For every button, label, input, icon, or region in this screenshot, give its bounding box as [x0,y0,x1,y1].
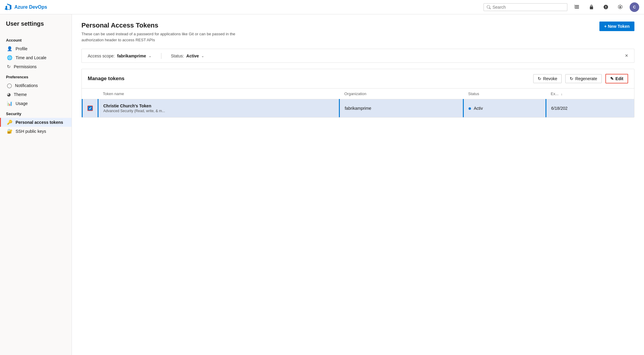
sidebar-item-time-locale[interactable]: 🌐 Time and Locale [0,53,72,62]
row-status-cell: Activ [463,99,546,118]
edit-button[interactable]: ✎ Edit [605,74,628,83]
filter-scope-label: Access scope: [88,54,115,58]
help-icon[interactable] [601,2,610,12]
filter-status-value: Active [186,54,199,58]
checkmark-icon: ✓ [89,106,92,111]
revoke-icon: ↻ [538,76,541,81]
filter-bar: Access scope: fabrikamprime ⌄ Status: Ac… [81,49,634,63]
filter-status-label: Status: [171,54,184,58]
row-organization-cell: fabrikamprime [340,99,463,118]
col-checkbox [82,89,98,99]
ssh-icon: 🔐 [7,129,13,134]
top-navigation: Azure DevOps [0,0,644,14]
table-header-row: Token name Organization Status Ex... ↓ [82,89,634,99]
sort-icon[interactable]: ↓ [561,92,563,96]
new-token-button[interactable]: + New Token [599,22,634,31]
body-layout: User settings Account 👤 Profile 🌐 Time a… [0,14,644,355]
settings-icon[interactable] [615,2,625,12]
nav-icons: C [572,2,639,12]
task-list-icon[interactable] [572,2,582,12]
sidebar: User settings Account 👤 Profile 🌐 Time a… [0,14,72,355]
sidebar-item-notifications[interactable]: ◯ Notifications [0,81,72,90]
page-title: Personal Access Tokens [81,22,255,29]
sidebar-title: User settings [0,20,72,34]
filter-scope-value: fabrikamprime [117,54,146,58]
sidebar-section-preferences: Preferences [0,71,72,81]
svg-rect-0 [574,5,575,5]
permissions-icon: ↻ [7,64,11,69]
svg-rect-1 [574,6,575,7]
col-token-name: Token name [98,89,340,99]
svg-point-3 [619,6,621,8]
filter-status[interactable]: Status: Active ⌄ [171,54,204,58]
sidebar-section-account: Account [0,34,72,44]
filter-divider [161,53,161,59]
main-content: Personal Access Tokens These can be used… [72,14,644,355]
page-header-left: Personal Access Tokens These can be used… [81,22,255,43]
filter-scope[interactable]: Access scope: fabrikamprime ⌄ [88,54,151,58]
sidebar-section-security: Security [0,108,72,118]
sidebar-item-personal-access-tokens[interactable]: 🔑 Personal access tokens [0,118,72,127]
sidebar-item-profile[interactable]: 👤 Profile [0,44,72,53]
sidebar-item-ssh-public-keys[interactable]: 🔐 SSH public keys [0,127,72,136]
sidebar-item-theme[interactable]: ◕ Theme [0,90,72,99]
page-header: Personal Access Tokens These can be used… [81,22,634,43]
filter-close-button[interactable]: × [625,53,628,59]
row-checkbox-cell[interactable]: ✓ [82,99,98,118]
notifications-icon: ◯ [7,83,12,88]
globe-icon: 🌐 [7,55,13,60]
pat-icon: 🔑 [7,120,13,125]
token-name: Christie Church's Token [103,103,334,108]
edit-icon: ✎ [610,76,614,81]
profile-icon: 👤 [7,46,13,51]
svg-rect-2 [574,7,575,8]
lock-icon[interactable] [587,2,596,12]
manage-section: Manage tokens ↻ Revoke ↻ Regenerate ✎ Ed… [81,69,634,118]
avatar[interactable]: C [630,2,639,12]
theme-icon: ◕ [7,92,11,97]
sidebar-item-usage[interactable]: 📊 Usage [0,99,72,108]
revoke-button[interactable]: ↻ Revoke [533,74,562,83]
scope-chevron-icon[interactable]: ⌄ [149,54,151,58]
sidebar-item-permissions[interactable]: ↻ Permissions [0,62,72,71]
status-dot-icon [469,107,471,110]
col-status: Status [463,89,546,99]
row-expiry-cell: 6/18/202 [546,99,634,118]
search-input[interactable] [493,5,564,10]
table-row: ✓ Christie Church's Token Advanced Secur… [82,99,634,118]
regenerate-icon: ↻ [570,76,573,81]
token-table: Token name Organization Status Ex... ↓ [82,89,634,117]
page-description: These can be used instead of a password … [81,31,255,43]
row-status-value: Activ [474,106,483,111]
azure-devops-logo[interactable]: Azure DevOps [5,4,47,11]
token-description: Advanced Security (Read, write, & m... [103,109,334,113]
row-token-name-cell: Christie Church's Token Advanced Securit… [98,99,340,118]
usage-icon: 📊 [7,101,13,106]
search-icon [487,5,491,9]
search-box[interactable] [484,3,567,11]
col-expiry: Ex... ↓ [546,89,634,99]
row-checkbox[interactable]: ✓ [87,106,93,111]
manage-tokens-title: Manage tokens [88,76,530,82]
col-organization: Organization [340,89,463,99]
manage-header: Manage tokens ↻ Revoke ↻ Regenerate ✎ Ed… [82,69,634,89]
status-chevron-icon[interactable]: ⌄ [201,54,204,58]
regenerate-button[interactable]: ↻ Regenerate [565,74,601,83]
